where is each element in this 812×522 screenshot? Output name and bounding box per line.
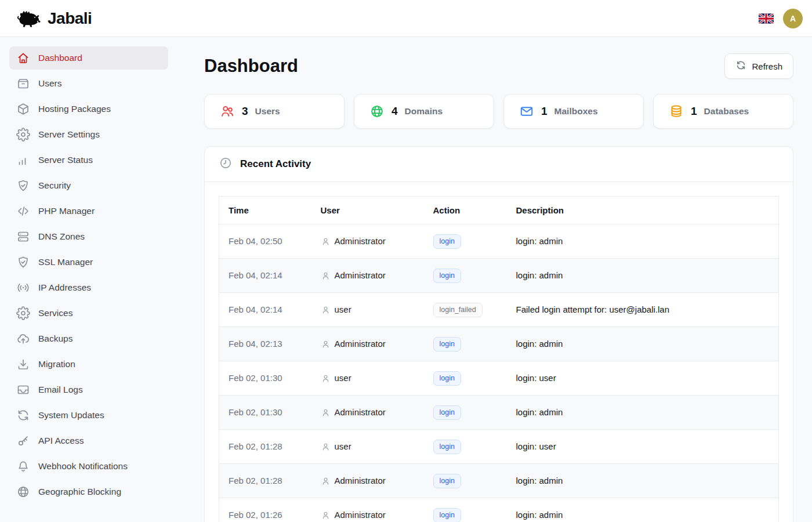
sidebar-item-ip-addresses[interactable]: IP Addresses (9, 276, 168, 299)
cell-user: Administrator (311, 327, 424, 361)
person-icon (321, 271, 331, 281)
sidebar-item-server-status[interactable]: Server Status (9, 148, 168, 172)
sidebar-item-backups[interactable]: Backups (9, 327, 168, 350)
brand[interactable]: Jabali (15, 9, 92, 28)
globe-icon (369, 104, 385, 119)
cell-action: login (424, 327, 507, 361)
sidebar-nav: DashboardUsersHosting PackagesServer Set… (0, 37, 204, 522)
stat-value: 1 (691, 105, 697, 118)
recent-activity-body: TimeUserActionDescription Feb 04, 02:50A… (205, 182, 793, 522)
cell-description: login: admin (507, 327, 779, 361)
sidebar-item-users[interactable]: Users (9, 72, 168, 95)
sidebar-item-server-settings[interactable]: Server Settings (9, 123, 168, 146)
cell-description: login: user (507, 361, 779, 396)
activity-table-body: Feb 04, 02:50Administratorloginlogin: ad… (219, 224, 779, 522)
cell-time: Feb 02, 01:28 (219, 464, 311, 498)
mail-icon-wrap (519, 104, 534, 119)
stat-card-domains[interactable]: 4Domains (354, 94, 494, 129)
stat-value: 3 (242, 105, 248, 118)
user-name: Administrator (335, 269, 386, 282)
cell-user: Administrator (311, 396, 424, 430)
table-row: Feb 02, 01:28userloginlogin: user (219, 430, 779, 464)
activity-table: TimeUserActionDescription Feb 04, 02:50A… (219, 196, 779, 522)
sidebar-item-label: Security (38, 180, 71, 191)
table-row: Feb 04, 02:14Administratorloginlogin: ad… (219, 259, 779, 293)
table-row: Feb 02, 01:30userloginlogin: user (219, 361, 779, 396)
cell-user: user (311, 430, 424, 464)
person-icon (321, 339, 331, 349)
sidebar-item-hosting-packages[interactable]: Hosting Packages (9, 97, 168, 121)
user-name: user (335, 303, 351, 317)
sidebar-item-ssl-manager[interactable]: SSL Manager (9, 251, 168, 274)
sidebar-item-geographic-blocking[interactable]: Geographic Blocking (9, 480, 168, 503)
action-badge: login (433, 474, 461, 488)
cell-time: Feb 02, 01:28 (219, 430, 311, 464)
sidebar-item-label: Geographic Blocking (38, 487, 121, 497)
broadcast-icon (16, 281, 30, 295)
action-badge: login (433, 269, 461, 283)
sidebar-item-security[interactable]: Security (9, 174, 168, 197)
stat-card-databases[interactable]: 1Databases (653, 94, 793, 129)
key-icon (16, 434, 30, 448)
bar-chart-icon (16, 153, 30, 167)
sidebar-item-label: Webhook Notifications (38, 461, 128, 472)
brand-name: Jabali (48, 9, 92, 28)
sidebar-item-label: Hosting Packages (38, 104, 111, 114)
user-name: Administrator (335, 405, 386, 419)
stat-label: Domains (405, 106, 443, 117)
action-badge: login (433, 405, 461, 420)
action-badge: login (433, 337, 461, 351)
cell-description: login: admin (507, 498, 779, 522)
recent-activity-title: Recent Activity (240, 158, 311, 170)
stat-label: Mailboxes (554, 106, 598, 117)
sidebar-item-api-access[interactable]: API Access (9, 429, 168, 452)
stat-card-mailboxes[interactable]: 1Mailboxes (503, 94, 644, 129)
users-box-icon (16, 77, 30, 90)
sidebar-item-php-manager[interactable]: PHP Manager (9, 200, 168, 223)
database-icon (669, 104, 684, 119)
sidebar-item-label: SSL Manager (38, 257, 93, 267)
action-badge: login (433, 371, 461, 386)
sidebar-item-system-updates[interactable]: System Updates (9, 404, 168, 427)
sync-icon (16, 408, 30, 422)
sidebar-item-webhook-notifications[interactable]: Webhook Notifications (9, 455, 168, 478)
sidebar-item-dns-zones[interactable]: DNS Zones (9, 225, 168, 248)
sidebar-item-label: Services (38, 308, 72, 318)
sidebar-item-dashboard[interactable]: Dashboard (9, 46, 168, 70)
home-icon (16, 51, 30, 65)
cell-action: login_failed (424, 293, 507, 327)
bell-icon (16, 459, 30, 473)
cell-user: user (311, 361, 424, 396)
users-group-icon-wrap (220, 104, 235, 119)
uk-flag-icon[interactable] (759, 13, 774, 24)
stat-card-users[interactable]: 3Users (204, 94, 345, 129)
cell-description: Failed login attempt for: user@jabali.la… (507, 293, 779, 327)
sidebar-item-label: Dashboard (38, 53, 82, 63)
cell-description: login: admin (507, 464, 779, 498)
sidebar-item-label: Email Logs (38, 385, 83, 395)
layout: DashboardUsersHosting PackagesServer Set… (0, 37, 812, 522)
sidebar-item-migration[interactable]: Migration (9, 353, 168, 376)
stat-label: Databases (704, 106, 749, 117)
cell-action: login (424, 224, 507, 259)
cell-description: login: admin (507, 396, 779, 430)
table-row: Feb 02, 01:28Administratorloginlogin: ad… (219, 464, 779, 498)
cloud-upload-icon (16, 332, 30, 346)
sidebar-item-services[interactable]: Services (9, 302, 168, 325)
sidebar-item-label: PHP Manager (38, 206, 95, 216)
user-name: Administrator (335, 234, 386, 248)
refresh-button[interactable]: Refresh (724, 53, 793, 79)
user-name: Administrator (335, 474, 386, 488)
cell-user: Administrator (311, 498, 424, 522)
column-header-action: Action (424, 197, 507, 224)
mail-icon (519, 104, 534, 119)
cell-action: login (424, 361, 507, 396)
person-icon (321, 408, 331, 418)
avatar[interactable]: A (783, 9, 803, 28)
cell-time: Feb 04, 02:13 (219, 327, 311, 361)
cell-user: Administrator (311, 224, 424, 259)
column-header-description: Description (507, 197, 779, 224)
sidebar-item-email-logs[interactable]: Email Logs (9, 378, 168, 401)
cell-description: login: admin (507, 259, 779, 293)
person-icon (321, 374, 331, 383)
